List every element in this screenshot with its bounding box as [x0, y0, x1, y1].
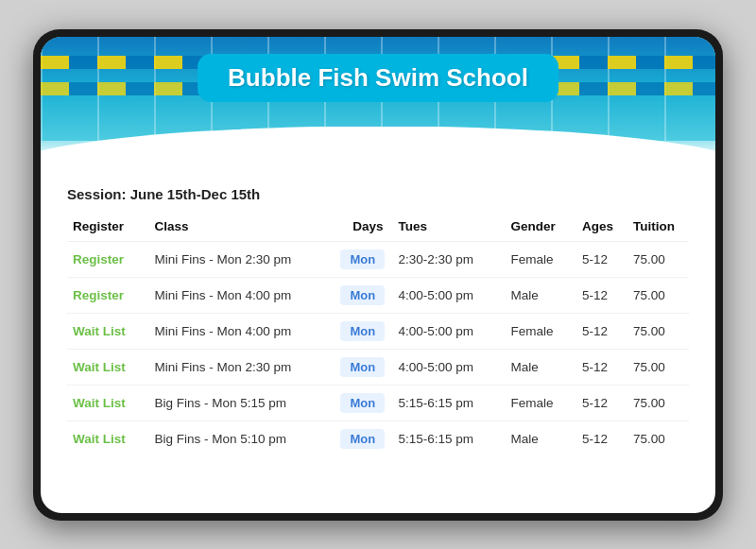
days-cell: Mon [333, 277, 392, 313]
day-badge: Mon [340, 321, 385, 341]
wait-list-link[interactable]: Wait List [73, 324, 126, 338]
tuition-cell: 75.00 [627, 349, 689, 385]
tuition-cell: 75.00 [627, 241, 689, 277]
class-cell: Mini Fins - Mon 2:30 pm [148, 241, 333, 277]
ages-cell: 5-12 [576, 277, 627, 313]
register-link[interactable]: Register [73, 252, 124, 266]
day-badge: Mon [340, 249, 385, 269]
tuition-cell: 75.00 [627, 313, 689, 349]
gender-cell: Female [505, 241, 576, 277]
days-cell: Mon [333, 420, 392, 456]
class-cell: Mini Fins - Mon 4:00 pm [148, 313, 333, 349]
gender-cell: Female [505, 313, 576, 349]
page-title: Bubble Fish Swim School [228, 63, 528, 93]
session-label: Session: June 15th-Dec 15th [67, 186, 689, 202]
tuition-cell: 75.00 [627, 385, 689, 420]
schedule-table: Register Class Days Tues Gender Ages Tui… [67, 215, 689, 456]
register-link[interactable]: Register [73, 288, 124, 302]
wait-list-link[interactable]: Wait List [73, 396, 126, 410]
gender-cell: Male [505, 420, 576, 456]
table-row: Wait ListBig Fins - Mon 5:15 pmMon5:15-6… [67, 385, 689, 420]
class-cell: Big Fins - Mon 5:15 pm [148, 385, 333, 420]
wait-list-link[interactable]: Wait List [73, 432, 126, 446]
tuition-cell: 75.00 [627, 420, 689, 456]
table-header-row: Register Class Days Tues Gender Ages Tui… [67, 215, 689, 242]
col-header-class: Class [148, 215, 333, 242]
table-row: Wait ListMini Fins - Mon 2:30 pmMon4:00-… [67, 349, 689, 385]
wait-list-link[interactable]: Wait List [73, 360, 126, 374]
ages-cell: 5-12 [576, 420, 627, 456]
title-badge: Bubble Fish Swim School [198, 54, 558, 102]
col-header-tues: Tues [393, 215, 506, 242]
ages-cell: 5-12 [576, 385, 627, 420]
class-cell: Big Fins - Mon 5:10 pm [148, 420, 333, 456]
days-cell: Mon [333, 349, 392, 385]
days-cell: Mon [333, 385, 392, 420]
col-header-register: Register [67, 215, 148, 242]
ages-cell: 5-12 [576, 313, 627, 349]
gender-cell: Male [505, 277, 576, 313]
device-frame: Bubble Fish Swim School Session: June 15… [33, 29, 723, 521]
ages-cell: 5-12 [576, 241, 627, 277]
class-cell: Mini Fins - Mon 2:30 pm [148, 349, 333, 385]
pool-header: Bubble Fish Swim School [41, 37, 715, 169]
tues-cell: 5:15-6:15 pm [393, 420, 506, 456]
device-inner: Bubble Fish Swim School Session: June 15… [41, 37, 715, 513]
col-header-gender: Gender [505, 215, 576, 242]
day-badge: Mon [340, 393, 385, 413]
tues-cell: 4:00-5:00 pm [393, 313, 506, 349]
table-row: Wait ListMini Fins - Mon 4:00 pmMon4:00-… [67, 313, 689, 349]
day-badge: Mon [340, 357, 385, 377]
tues-cell: 4:00-5:00 pm [393, 349, 506, 385]
days-cell: Mon [333, 313, 392, 349]
tues-cell: 4:00-5:00 pm [393, 277, 506, 313]
col-header-tuition: Tuition [627, 215, 689, 242]
col-header-ages: Ages [576, 215, 627, 242]
gender-cell: Female [505, 385, 576, 420]
col-header-days: Days [333, 215, 392, 242]
table-row: RegisterMini Fins - Mon 2:30 pmMon2:30-2… [67, 241, 689, 277]
table-row: RegisterMini Fins - Mon 4:00 pmMon4:00-5… [67, 277, 689, 313]
table-row: Wait ListBig Fins - Mon 5:10 pmMon5:15-6… [67, 420, 689, 456]
ages-cell: 5-12 [576, 349, 627, 385]
tues-cell: 5:15-6:15 pm [393, 385, 506, 420]
days-cell: Mon [333, 241, 392, 277]
day-badge: Mon [340, 429, 385, 449]
content-area: Session: June 15th-Dec 15th Register Cla… [41, 169, 715, 513]
tues-cell: 2:30-2:30 pm [393, 241, 506, 277]
class-cell: Mini Fins - Mon 4:00 pm [148, 277, 333, 313]
gender-cell: Male [505, 349, 576, 385]
table-body: RegisterMini Fins - Mon 2:30 pmMon2:30-2… [67, 241, 689, 456]
tuition-cell: 75.00 [627, 277, 689, 313]
day-badge: Mon [340, 285, 385, 305]
